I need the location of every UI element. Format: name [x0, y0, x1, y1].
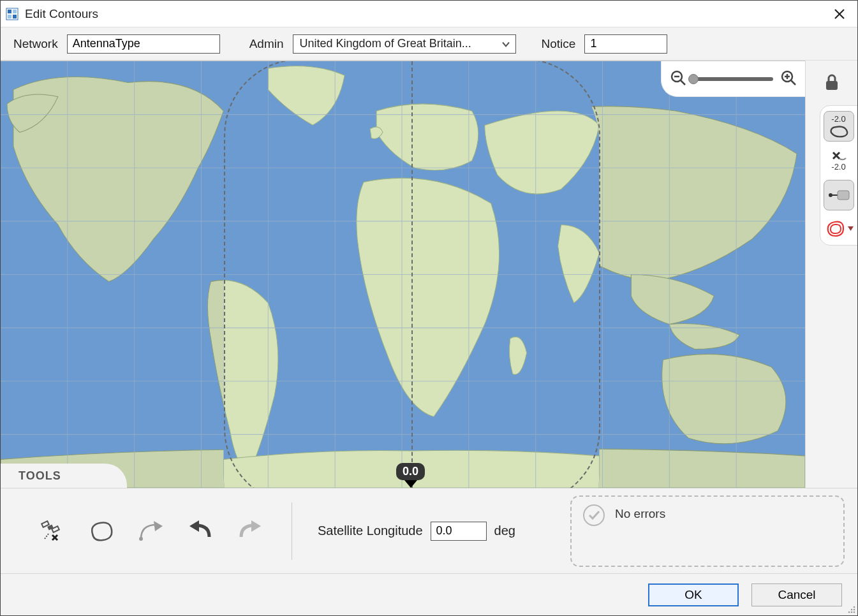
chevron-down-icon	[501, 37, 510, 50]
admin-select[interactable]: United Kingdom of Great Britain...	[293, 34, 516, 54]
edit-contour-tool-button[interactable]	[135, 515, 166, 547]
titlebar: Edit Contours	[1, 1, 857, 27]
longitude-marker-value: 0.0	[403, 465, 418, 478]
svg-marker-41	[848, 226, 854, 231]
cancel-button[interactable]: Cancel	[751, 583, 842, 606]
validation-check-icon	[583, 504, 605, 526]
svg-point-38	[829, 193, 832, 197]
validation-panel: No errors	[570, 495, 845, 567]
svg-rect-4	[13, 15, 17, 18]
map-zone: 0.0 TOOLS -2.0	[1, 61, 857, 488]
svg-rect-3	[8, 15, 11, 18]
edit-contours-window: Edit Contours Network Admin United Kingd…	[0, 0, 858, 616]
dialog-button-bar: OK Cancel	[1, 573, 857, 615]
satellite-longitude-label: Satellite Longitude	[318, 524, 423, 538]
zoom-out-button[interactable]	[669, 69, 687, 89]
notice-label: Notice	[542, 37, 576, 51]
ok-button[interactable]: OK	[648, 583, 739, 606]
svg-rect-42	[41, 521, 49, 527]
svg-point-53	[851, 609, 853, 611]
contour-style-dropdown[interactable]	[824, 218, 854, 240]
tool-icon-group	[13, 515, 266, 547]
longitude-marker[interactable]: 0.0	[396, 463, 425, 488]
edit-arc-icon	[137, 518, 164, 544]
svg-marker-51	[251, 520, 261, 532]
svg-point-54	[854, 609, 855, 611]
svg-point-49	[139, 537, 143, 541]
svg-line-32	[791, 80, 795, 85]
zoom-slider-thumb[interactable]	[688, 74, 699, 84]
network-input[interactable]	[67, 34, 220, 54]
zoom-panel	[661, 61, 805, 97]
label-contour-button[interactable]	[824, 180, 854, 210]
svg-point-56	[851, 612, 853, 613]
svg-line-45	[45, 534, 48, 539]
validation-message: No errors	[615, 504, 665, 521]
svg-point-55	[848, 612, 850, 613]
blob-icon	[87, 518, 114, 544]
zoom-out-icon	[669, 69, 687, 87]
zoom-in-button[interactable]	[780, 69, 797, 89]
undo-icon	[188, 520, 213, 542]
dropdown-arrow-icon	[848, 226, 854, 231]
satellite-longitude-unit: deg	[494, 524, 515, 538]
contour-lines-icon	[824, 218, 846, 240]
lock-icon	[824, 73, 840, 91]
delete-contour-button[interactable]: -2.0	[824, 145, 854, 176]
svg-rect-40	[838, 191, 849, 200]
admin-selected-value: United Kingdom of Great Britain...	[300, 37, 471, 50]
redo-button[interactable]	[234, 515, 266, 547]
delete-level-value: -2.0	[831, 162, 845, 172]
tools-panel-title: TOOLS	[18, 469, 61, 483]
delete-contour-icon	[831, 150, 847, 161]
window-title: Edit Contours	[25, 7, 827, 21]
network-label: Network	[13, 37, 58, 51]
draw-contour-tool-button[interactable]	[85, 515, 117, 547]
tag-icon	[826, 188, 852, 202]
satellite-longitude-input[interactable]	[431, 522, 487, 541]
app-icon	[6, 8, 18, 20]
resize-grip-icon[interactable]	[847, 605, 856, 614]
undo-button[interactable]	[184, 515, 216, 547]
redo-icon	[237, 520, 263, 542]
svg-rect-1	[8, 10, 11, 13]
zoom-in-icon	[780, 69, 797, 87]
tools-divider	[292, 502, 292, 560]
contour-shape-icon	[827, 124, 850, 139]
svg-line-29	[681, 80, 685, 85]
tools-panel-tab: TOOLS	[1, 464, 127, 488]
svg-marker-50	[189, 520, 199, 532]
satellite-icon	[38, 518, 64, 544]
admin-label: Admin	[249, 37, 284, 51]
contour-level-value: -2.0	[831, 114, 845, 124]
satellite-tool-button[interactable]	[35, 515, 67, 547]
zoom-slider[interactable]	[693, 77, 773, 81]
satellite-longitude-group: Satellite Longitude deg	[318, 522, 515, 541]
world-map[interactable]: 0.0 TOOLS	[1, 61, 805, 488]
svg-rect-35	[826, 81, 838, 90]
lock-button[interactable]	[818, 68, 846, 96]
svg-point-52	[854, 606, 855, 608]
close-button[interactable]	[827, 1, 852, 27]
select-contour-button[interactable]: -2.0	[824, 111, 854, 142]
close-icon	[834, 8, 845, 20]
tools-bar: Satellite Longitude deg No errors	[1, 488, 857, 573]
notice-input[interactable]	[584, 34, 667, 54]
parameter-bar: Network Admin United Kingdom of Great Br…	[1, 27, 857, 61]
svg-marker-48	[154, 521, 163, 531]
svg-rect-2	[13, 10, 17, 13]
contour-palette: -2.0 -2.0	[820, 105, 858, 246]
right-toolbar: -2.0 -2.0	[805, 61, 857, 488]
svg-point-57	[854, 612, 855, 613]
